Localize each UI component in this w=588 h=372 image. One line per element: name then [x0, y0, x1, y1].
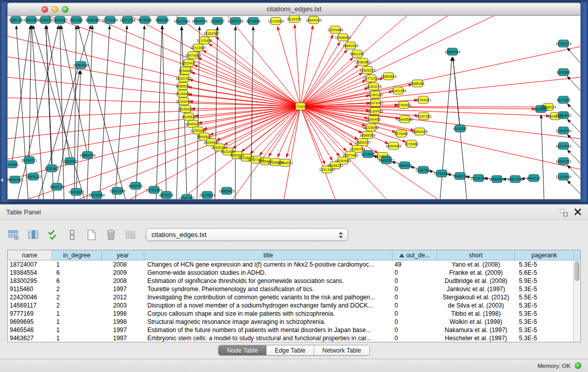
- graph-node-label: 11253945: [190, 129, 206, 133]
- select-all-icon[interactable]: [46, 228, 59, 242]
- close-panel-icon[interactable]: [574, 208, 582, 216]
- table-cell: 0: [393, 318, 437, 326]
- graph-node-label: 9227343: [556, 98, 570, 102]
- graph-node-label: 12213987: [190, 46, 206, 50]
- citation-network-graph[interactable]: 1872400716164307121154351221398710974543…: [8, 16, 580, 199]
- graph-node-label: 14526315: [359, 69, 375, 72]
- graph-node-label: 11248151: [375, 155, 391, 158]
- desktop-edge: [0, 0, 588, 2]
- column-header-short[interactable]: short: [437, 250, 515, 260]
- table-cell: 2012: [102, 293, 144, 301]
- table-cell: 5.3E-5: [515, 260, 574, 269]
- graph-node-label: 12124549: [268, 19, 284, 23]
- table-row[interactable]: 1456911722003Disruption of a novel membe…: [8, 301, 580, 310]
- graph-node-label: 7524542: [176, 92, 189, 96]
- graph-node-label: 16754382: [433, 172, 449, 176]
- graph-node-label: 16542387: [179, 196, 194, 200]
- column-header-in-degree[interactable]: in_degree: [52, 250, 102, 260]
- node-attribute-table: namein_degreeyeartitleout_de...shortpage…: [7, 250, 581, 342]
- table-cell: 1998: [102, 310, 144, 318]
- graph-node-label: 9315941: [8, 163, 19, 166]
- graph-node-label: 12160162: [367, 93, 383, 97]
- table-cell: Tourette syndrome. Phenomenology and cla…: [144, 285, 393, 293]
- new-column-icon[interactable]: [85, 228, 98, 242]
- column-header-name[interactable]: name: [8, 250, 52, 260]
- graph-node-label: 8573508: [246, 19, 260, 23]
- graph-node-label: 20643596: [191, 19, 207, 23]
- network-view-window: citations_edges.txt 18724007161643071211…: [7, 3, 581, 200]
- table-row[interactable]: 1872400712008Changes of HCN gene express…: [8, 260, 580, 269]
- graph-node-label: 16104447: [176, 100, 191, 103]
- table-cell: 2: [52, 285, 102, 293]
- table-vertical-scrollbar[interactable]: [573, 260, 580, 342]
- graph-node-label: 16853294: [79, 154, 95, 157]
- memory-status-indicator[interactable]: [575, 362, 581, 369]
- table-cell: 5.3E-5: [515, 310, 574, 318]
- delete-column-icon[interactable]: [104, 228, 118, 242]
- table-cell: Disruption of a novel member of a sodium…: [144, 301, 393, 310]
- table-cell: 9465546: [8, 326, 52, 334]
- graph-node-label: 16210643: [555, 144, 571, 148]
- graph-node-label: 9861392: [350, 52, 364, 56]
- window-titlebar[interactable]: citations_edges.txt: [8, 3, 580, 16]
- graph-node-label: 8215953: [534, 107, 548, 111]
- table-row[interactable]: 1938455462009Genome-wide association stu…: [8, 269, 580, 277]
- tab-edge-table[interactable]: Edge Table: [267, 345, 314, 355]
- network-canvas[interactable]: 1872400716164307121154351221398710974543…: [8, 16, 580, 199]
- table-row[interactable]: 1830029562008Estimation of significance …: [8, 277, 580, 285]
- table-row[interactable]: 969969511998Structural magnetic resonanc…: [8, 318, 580, 326]
- graph-node-label: 9049495: [366, 118, 380, 121]
- graph-node-label: 10157291: [416, 115, 431, 118]
- table-row[interactable]: 977716911998Corpus callosum shape and si…: [8, 310, 580, 318]
- scrollbar-thumb[interactable]: [575, 261, 579, 281]
- float-panel-icon[interactable]: [560, 209, 568, 216]
- table-cell: Estimation of significance thresholds fo…: [144, 277, 393, 285]
- unselect-all-icon[interactable]: [66, 228, 79, 242]
- graph-node-label: 9594502: [197, 135, 211, 139]
- column-header-pagerank[interactable]: pagerank: [515, 250, 574, 260]
- column-header-out-de-[interactable]: out_de...: [393, 250, 437, 260]
- table-cell: 0: [393, 326, 437, 334]
- graph-node-label: 20154721: [21, 159, 37, 162]
- graph-node-label: 16494943: [385, 144, 401, 148]
- table-row[interactable]: 946362711997Embryonic stem cells: a mode…: [8, 334, 580, 342]
- table-cell: 9115460: [8, 285, 52, 293]
- table-cell: Wolkin et al. (1998): [437, 318, 515, 326]
- panel-collapse-arrow-icon[interactable]: [1, 178, 3, 182]
- table-body: 1872400712008Changes of HCN gene express…: [8, 260, 580, 342]
- table-cell: 1997: [102, 326, 144, 334]
- table-row[interactable]: 2242004622012Investigating the contribut…: [8, 293, 580, 301]
- graph-node-label: 15248151: [327, 164, 343, 167]
- graph-node-label: 12039743: [349, 147, 365, 151]
- column-header-title[interactable]: title: [144, 250, 393, 260]
- table-cell: 5.3E-5: [515, 285, 574, 293]
- table-selector-dropdown[interactable]: citations_edges.txt: [146, 228, 348, 241]
- table-cell: 2: [52, 293, 102, 301]
- delete-table-icon[interactable]: [124, 228, 137, 242]
- show-columns-icon[interactable]: [27, 228, 40, 242]
- table-row[interactable]: 946554611997Estimation of the future num…: [8, 326, 580, 334]
- window-title: citations_edges.txt: [8, 5, 580, 13]
- table-row[interactable]: 911546021997Tourette syndrome. Phenomeno…: [8, 285, 580, 293]
- graph-node-label: 8231463: [45, 167, 58, 170]
- table-panel: Table Panel f(x) citations_edges.txt nam…: [0, 204, 588, 372]
- table-cell: 5.5E-5: [515, 293, 574, 301]
- table-mode-icon[interactable]: [7, 228, 20, 242]
- graph-node-label: 12548494: [335, 36, 351, 39]
- table-cell: 0: [393, 277, 437, 285]
- graph-node-label: 16640910: [342, 44, 358, 48]
- graph-node-label: 15449540: [397, 118, 412, 121]
- table-cell: 14569117: [8, 301, 52, 310]
- column-header-year[interactable]: year: [102, 250, 144, 260]
- graph-node-label: 16049497: [203, 141, 219, 144]
- table-cell: 0: [393, 269, 437, 277]
- tab-network-table[interactable]: Network Table: [314, 345, 369, 355]
- graph-node-label: 8134379: [287, 17, 301, 21]
- table-cell: Nakamura et al. (1997): [437, 326, 515, 334]
- tab-node-table[interactable]: Node Table: [219, 345, 267, 355]
- graph-node-label: 9546218: [453, 174, 467, 178]
- graph-node-label: 9273645: [361, 152, 375, 156]
- table-cell: Genome-wide association studies in ADHD.: [144, 269, 393, 277]
- graph-node-label: 20415627: [68, 190, 84, 194]
- graph-node-label: 16649049: [306, 18, 321, 22]
